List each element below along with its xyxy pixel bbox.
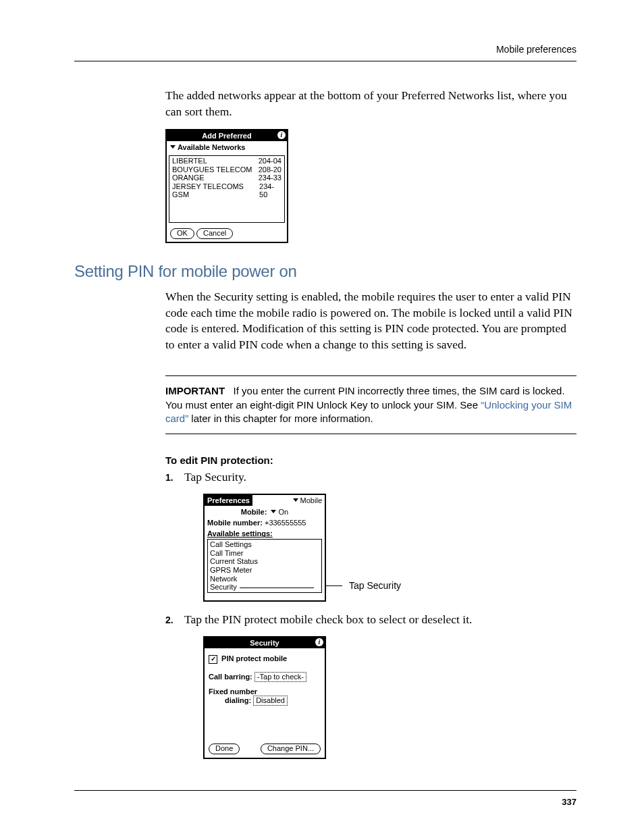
mobile-label: Mobile: xyxy=(241,508,267,516)
dropdown-label: Available Networks xyxy=(178,143,245,151)
mobile-number-label: Mobile number: xyxy=(207,519,263,527)
ok-button[interactable]: OK xyxy=(170,228,194,239)
section-body: When the Security setting is enabled, th… xyxy=(165,289,576,353)
settings-item-security[interactable]: Security xyxy=(210,583,319,592)
page-number: 337 xyxy=(562,797,576,807)
security-title-bar: Security i xyxy=(205,637,325,648)
mobile-toggle[interactable]: On xyxy=(271,508,288,516)
fixed-dialing-value[interactable]: Disabled xyxy=(253,696,288,706)
chevron-down-icon xyxy=(271,508,278,516)
important-label: IMPORTANT xyxy=(165,385,225,396)
prefs-title: Preferences xyxy=(205,495,252,506)
important-note: IMPORTANT If you enter the current PIN i… xyxy=(165,375,576,434)
info-icon[interactable]: i xyxy=(277,131,286,139)
security-title: Security xyxy=(250,639,279,648)
prefs-category-dropdown[interactable]: Mobile xyxy=(293,495,322,506)
mobile-number-value: +336555555 xyxy=(265,519,306,527)
info-icon[interactable]: i xyxy=(315,638,323,646)
step-1: Tap Security. Preferences Mobile Mobile:… xyxy=(165,470,576,602)
call-barring-label: Call barring: xyxy=(209,673,252,681)
cancel-button[interactable]: Cancel xyxy=(196,228,233,239)
network-row[interactable]: ORANGE234-33 xyxy=(171,174,283,182)
settings-item-call-settings[interactable]: Call Settings xyxy=(210,540,319,549)
running-head: Mobile preferences xyxy=(496,44,576,55)
settings-item-call-timer[interactable]: Call Timer xyxy=(210,549,319,558)
pin-protect-checkbox[interactable]: ✓ xyxy=(209,655,217,664)
add-preferred-screen: Add Preferred i Available Networks LIBER… xyxy=(165,129,288,243)
chevron-down-icon xyxy=(170,143,178,151)
network-row[interactable]: LIBERTEL204-04 xyxy=(171,157,283,165)
callout-connector xyxy=(240,588,314,588)
fixed-number-label2: dialing: xyxy=(225,696,251,704)
pin-protect-label: PIN protect mobile xyxy=(221,654,287,662)
header-rule xyxy=(74,61,576,61)
preferences-screen: Preferences Mobile Mobile: On Mobile num… xyxy=(203,494,326,602)
available-networks-dropdown[interactable]: Available Networks xyxy=(167,141,287,154)
network-row[interactable]: JERSEY TELECOMS GSM234-50 xyxy=(171,182,283,199)
network-list[interactable]: LIBERTEL204-04 BOUYGUES TELECOM208-20 OR… xyxy=(169,155,285,223)
settings-item-current-status[interactable]: Current Status xyxy=(210,557,319,566)
settings-item-network[interactable]: Network xyxy=(210,575,319,583)
step-2: Tap the PIN protect mobile check box to … xyxy=(165,613,576,759)
change-pin-button[interactable]: Change PIN... xyxy=(261,744,321,754)
network-row[interactable]: BOUYGUES TELECOM208-20 xyxy=(171,165,283,174)
footer-rule xyxy=(74,790,576,791)
chevron-down-icon xyxy=(293,496,300,504)
fixed-number-label1: Fixed number xyxy=(209,687,257,696)
important-text-after: later in this chapter for more informati… xyxy=(188,413,373,424)
call-barring-value[interactable]: -Tap to check- xyxy=(254,672,306,682)
screen-title: Add Preferred xyxy=(202,132,251,140)
settings-item-gprs-meter[interactable]: GPRS Meter xyxy=(210,566,319,575)
available-settings-label: Available settings: xyxy=(205,528,325,539)
edit-heading: To edit PIN protection: xyxy=(165,454,576,466)
done-button[interactable]: Done xyxy=(209,744,240,754)
security-screen: Security i ✓ PIN protect mobile Call bar… xyxy=(203,636,326,759)
section-heading: Setting PIN for mobile power on xyxy=(74,262,576,281)
intro-paragraph: The added networks appear at the bottom … xyxy=(165,88,576,120)
settings-list: Call Settings Call Timer Current Status … xyxy=(207,539,322,593)
screen-title-bar: Add Preferred i xyxy=(167,130,287,141)
callout-tap-security: Tap Security xyxy=(349,580,401,591)
